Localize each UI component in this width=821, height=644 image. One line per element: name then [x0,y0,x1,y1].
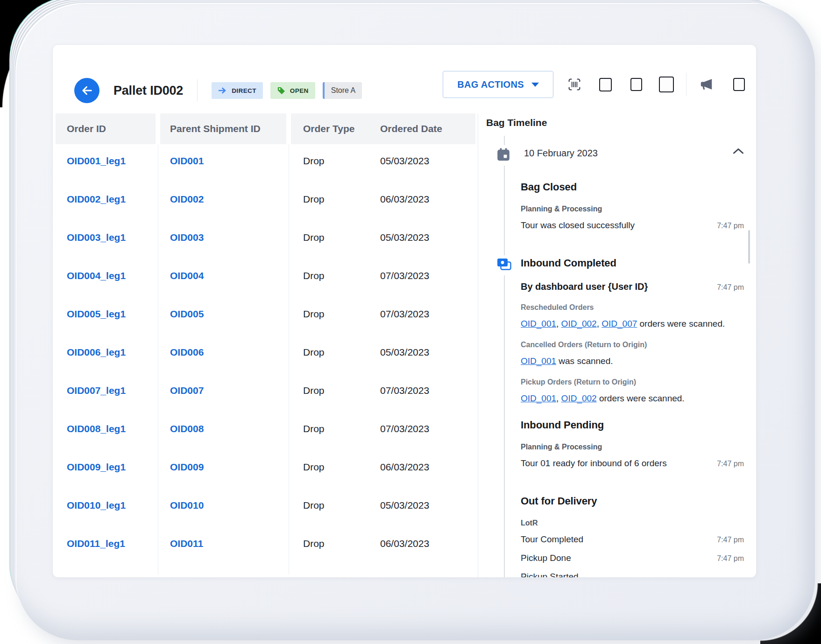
store-badge-label: Store A [331,86,355,95]
order-id-link[interactable]: OID002_leg1 [67,194,126,205]
order-type-cell: Drop [303,538,325,549]
order-id-link[interactable]: OID004_leg1 [67,270,126,281]
parent-shipment-id-link[interactable]: OID006 [170,347,204,358]
table-row[interactable]: OID009_leg1 OID009 Drop 06/03/2023 [53,448,478,486]
timeline-line-text: Pickup Started [521,571,579,578]
timeline-event: Inbound PendingPlanning & ProcessingTour… [478,418,757,470]
order-link[interactable]: OID_007 [602,319,637,329]
timeline-line: OID_001, OID_002 orders were scanned. [521,392,744,405]
order-id-link[interactable]: OID001_leg1 [67,155,126,167]
table-row[interactable]: OID006_leg1 OID006 Drop 05/03/2023 [53,333,478,371]
table-row[interactable]: OID007_leg1 OID007 Drop 07/03/2023 [53,371,478,410]
order-link[interactable]: OID_001 [521,356,556,366]
order-type-cell: Drop [303,423,325,434]
timeline-line-text: Pickup Done [521,552,571,564]
ordered-date-cell: 07/03/2023 [380,270,429,281]
timeline-event-body: Out for DeliveryLotRTour Completed7:47 p… [521,494,744,578]
order-type-cell: Drop [303,194,325,205]
timeline-line: Tour Completed7:47 pm [521,533,744,546]
column-header-parent-shipment[interactable]: Parent Shipment ID [170,123,261,134]
order-id-link[interactable]: OID010_leg1 [67,500,126,511]
ordered-date-cell: 07/03/2023 [380,385,429,396]
timeline-section-label: Cancelled Orders (Return to Origin) [521,340,744,350]
timestamp: 7:47 pm [717,458,744,470]
order-link[interactable]: OID_001 [521,319,556,329]
arrow-left-icon [80,84,93,97]
table-row[interactable]: OID004_leg1 OID004 Drop 07/03/2023 [53,257,478,295]
column-header-order-id[interactable]: Order ID [67,123,106,134]
toolbar-divider [686,73,687,96]
calendar-icon [496,145,511,166]
placeholder-square-icon[interactable] [630,78,642,91]
timeline-event-body: Inbound PendingPlanning & ProcessingTour… [521,418,744,470]
table-row[interactable]: OID005_leg1 OID005 Drop 07/03/2023 [53,295,478,333]
order-type-cell: Drop [303,462,325,473]
table-row[interactable]: OID008_leg1 OID008 Drop 07/03/2023 [53,410,478,448]
order-link[interactable]: OID_002 [561,319,597,329]
timeline-event-byline: By dashboard user {User ID}7:47 pm [521,280,744,293]
parent-shipment-id-link[interactable]: OID011 [170,538,203,549]
timeline-scrollbar[interactable] [748,230,750,264]
ordered-date-cell: 05/03/2023 [380,500,429,511]
order-link[interactable]: OID_002 [561,393,597,403]
order-type-cell: Drop [303,385,325,396]
ordered-date-cell: 06/03/2023 [380,462,429,473]
parent-shipment-id-link[interactable]: OID010 [170,500,204,511]
column-header-order-type[interactable]: Order Type [303,123,354,134]
parent-shipment-id-link[interactable]: OID009 [170,462,204,473]
parent-shipment-id-link[interactable]: OID003 [170,232,204,243]
timeline-line-text: OID_001, OID_002 orders were scanned. [521,392,685,405]
order-type-cell: Drop [303,308,325,320]
table-row[interactable]: OID011_leg1 OID011 Drop 06/03/2023 [53,525,478,563]
open-badge-label: OPEN [290,87,309,94]
order-type-cell: Drop [303,500,325,511]
ordered-date-cell: 05/03/2023 [380,347,429,358]
pallet-detail-card: Pallet ID002 DIRECT OPEN Store A BAG ACT… [52,44,757,578]
parent-shipment-id-link[interactable]: OID005 [170,308,204,320]
timeline-section-label: Rescheduled Orders [521,303,744,312]
table-row[interactable]: OID003_leg1 OID003 Drop 05/03/2023 [53,218,478,257]
column-header-ordered-date[interactable]: Ordered Date [380,123,442,134]
timeline-event-body: Bag ClosedPlanning & ProcessingTour was … [521,180,744,232]
order-id-link[interactable]: OID008_leg1 [67,423,126,434]
parent-shipment-id-link[interactable]: OID004 [170,270,204,281]
parent-shipment-id-link[interactable]: OID002 [170,194,204,205]
placeholder-square-icon[interactable] [733,78,745,91]
order-type-cell: Drop [303,347,325,358]
order-id-link[interactable]: OID011_leg1 [67,538,125,549]
table-row[interactable]: OID002_leg1 OID002 Drop 06/03/2023 [53,180,478,218]
order-id-link[interactable]: OID003_leg1 [67,232,126,243]
order-id-link[interactable]: OID007_leg1 [67,385,126,396]
collapse-button[interactable] [733,148,744,154]
megaphone-icon[interactable] [700,78,714,91]
header-toolbar: BAG ACTIONS [443,71,745,98]
timeline-line: Pickup Done7:47 pm [521,552,744,565]
ordered-date-cell: 05/03/2023 [380,232,429,243]
header: Pallet ID002 DIRECT OPEN Store A [74,77,369,104]
barcode-scan-icon[interactable] [566,77,582,92]
order-id-link[interactable]: OID005_leg1 [67,308,126,320]
order-link[interactable]: OID_001 [521,393,556,403]
timeline-event-title: Inbound Pending [521,418,744,432]
timeline-section-label: LotR [521,518,744,528]
timeline-section-label: Planning & Processing [521,442,744,452]
order-id-link[interactable]: OID009_leg1 [67,462,126,473]
header-divider [197,79,198,102]
timeline-section-label: Pickup Orders (Return to Origin) [521,378,744,387]
parent-shipment-id-link[interactable]: OID008 [170,423,204,434]
order-id-link[interactable]: OID006_leg1 [67,347,126,358]
back-button[interactable] [74,78,99,103]
order-type-cell: Drop [303,232,325,243]
timeline-section-label: Planning & Processing [521,204,744,214]
parent-shipment-id-link[interactable]: OID007 [170,385,204,396]
table-row[interactable]: OID001_leg1 OID001 Drop 05/03/2023 [53,142,478,180]
placeholder-square-icon[interactable] [599,78,612,91]
timeline-event: Bag ClosedPlanning & ProcessingTour was … [478,180,757,232]
table-row[interactable]: OID010_leg1 OID010 Drop 05/03/2023 [53,486,478,525]
order-table-body: OID001_leg1 OID001 Drop 05/03/2023 OID00… [53,142,478,563]
parent-shipment-id-link[interactable]: OID001 [170,155,204,167]
bag-actions-button[interactable]: BAG ACTIONS [443,71,553,98]
arrow-right-icon [218,87,227,94]
timestamp: 7:47 pm [717,220,744,232]
placeholder-square-icon[interactable] [659,77,674,92]
